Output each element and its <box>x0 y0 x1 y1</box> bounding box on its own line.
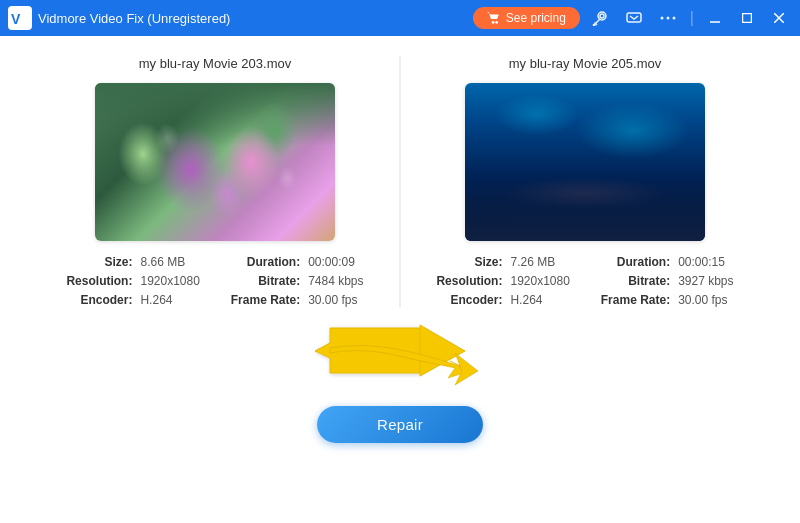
svg-rect-9 <box>743 14 752 23</box>
left-encoder-label: Encoder: <box>55 293 132 307</box>
right-encoder-label: Encoder: <box>425 293 502 307</box>
separator: | <box>688 9 696 27</box>
left-resolution-label: Resolution: <box>55 274 132 288</box>
svg-point-5 <box>660 17 663 20</box>
key-icon <box>592 10 608 26</box>
minimize-button[interactable] <box>702 9 728 27</box>
left-size-value: 8.66 MB <box>140 255 211 269</box>
left-panel: my blu-ray Movie 203.mov Size: 8.66 MB D… <box>30 56 400 307</box>
cart-icon <box>487 11 501 25</box>
left-video-thumbnail <box>95 83 335 241</box>
ocean-thumbnail-image <box>465 83 705 241</box>
left-size-label: Size: <box>55 255 132 269</box>
menu-icon <box>660 10 676 26</box>
panels-wrapper: my blu-ray Movie 203.mov Size: 8.66 MB D… <box>30 56 770 307</box>
yellow-arrow-icon <box>300 333 500 398</box>
right-panel: my blu-ray Movie 205.mov Size: 7.26 MB D… <box>400 56 770 307</box>
svg-rect-4 <box>627 13 641 22</box>
repair-button[interactable]: Repair <box>317 406 483 443</box>
main-content: my blu-ray Movie 203.mov Size: 8.66 MB D… <box>0 36 800 523</box>
right-framerate-value: 30.00 fps <box>678 293 745 307</box>
svg-point-7 <box>672 17 675 20</box>
svg-point-3 <box>495 21 498 24</box>
left-resolution-value: 1920x1080 <box>140 274 211 288</box>
right-panel-title: my blu-ray Movie 205.mov <box>509 56 661 71</box>
right-bitrate-value: 3927 kbps <box>678 274 745 288</box>
maximize-button[interactable] <box>734 9 760 27</box>
menu-button[interactable] <box>654 7 682 29</box>
title-bar-actions: See pricing | <box>473 7 792 29</box>
bottom-section: Repair <box>30 323 770 443</box>
left-encoder-value: H.264 <box>140 293 211 307</box>
flower-thumbnail-image <box>95 83 335 241</box>
right-resolution-label: Resolution: <box>425 274 502 288</box>
app-title: Vidmore Video Fix (Unregistered) <box>38 11 473 26</box>
left-bitrate-label: Bitrate: <box>219 274 300 288</box>
divider <box>400 56 401 307</box>
right-resolution-value: 1920x1080 <box>510 274 581 288</box>
right-bitrate-label: Bitrate: <box>589 274 670 288</box>
left-duration-label: Duration: <box>219 255 300 269</box>
title-bar: V Vidmore Video Fix (Unregistered) See p… <box>0 0 800 36</box>
left-framerate-value: 30.00 fps <box>308 293 375 307</box>
right-video-thumbnail <box>465 83 705 241</box>
right-file-info: Size: 7.26 MB Duration: 00:00:15 Resolut… <box>420 255 750 307</box>
close-button[interactable] <box>766 9 792 27</box>
left-panel-title: my blu-ray Movie 203.mov <box>139 56 291 71</box>
close-icon <box>774 13 784 23</box>
right-encoder-value: H.264 <box>510 293 581 307</box>
left-bitrate-value: 7484 kbps <box>308 274 375 288</box>
minimize-icon <box>710 13 720 23</box>
right-size-value: 7.26 MB <box>510 255 581 269</box>
pricing-button[interactable]: See pricing <box>473 7 580 29</box>
message-button[interactable] <box>620 7 648 29</box>
right-size-label: Size: <box>425 255 502 269</box>
right-duration-label: Duration: <box>589 255 670 269</box>
svg-point-6 <box>666 17 669 20</box>
svg-point-2 <box>492 21 495 24</box>
key-button[interactable] <box>586 7 614 29</box>
message-icon <box>626 10 642 26</box>
right-duration-value: 00:00:15 <box>678 255 745 269</box>
vidmore-logo-icon: V <box>8 6 32 30</box>
left-file-info: Size: 8.66 MB Duration: 00:00:09 Resolut… <box>50 255 380 307</box>
left-duration-value: 00:00:09 <box>308 255 375 269</box>
maximize-icon <box>742 13 752 23</box>
svg-text:V: V <box>11 11 21 27</box>
right-framerate-label: Frame Rate: <box>589 293 670 307</box>
left-framerate-label: Frame Rate: <box>219 293 300 307</box>
